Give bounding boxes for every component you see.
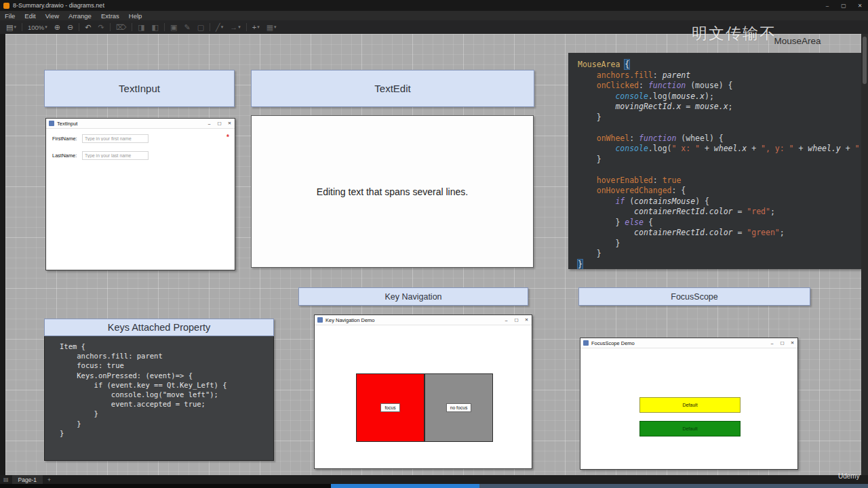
maximize-button[interactable]: ▢: [511, 315, 521, 325]
view-icon: ▤: [6, 23, 13, 32]
zoom-in-button[interactable]: ⊕: [51, 23, 64, 32]
arrow-style-button[interactable]: → ▾: [226, 23, 244, 31]
menubar: File Edit View Arrange Extras Help: [0, 11, 868, 20]
focusscope-window-content: Default Default: [580, 348, 797, 469]
menu-view[interactable]: View: [41, 11, 64, 20]
line-style-icon: ╱: [216, 23, 220, 32]
vertical-scrollbar-thumb[interactable]: [863, 37, 867, 84]
zoom-level-dropdown[interactable]: 100% ▾: [24, 24, 51, 31]
pages-overview-icon[interactable]: ▤: [0, 476, 12, 483]
table-button[interactable]: ▦ ▾: [263, 23, 280, 32]
page-tab-1[interactable]: Page-1: [12, 475, 43, 484]
firstname-label: FirstName:: [52, 136, 82, 142]
chevron-down-icon: ▾: [45, 24, 47, 30]
shadow-icon: ▢: [197, 23, 204, 32]
keys-attached-property-shape[interactable]: Keys Attached Property Item { anchors.fi…: [44, 319, 274, 461]
keynav-window-controls: – ▢ ✕: [501, 315, 532, 325]
delete-button[interactable]: ⌦: [113, 23, 130, 32]
keys-header-label: Keys Attached Property: [108, 322, 211, 333]
pencil-icon: ✎: [184, 23, 190, 32]
add-page-button[interactable]: +: [43, 476, 56, 483]
to-front-button[interactable]: ◨: [134, 23, 148, 32]
danmaku-watermark: 明文传输不: [692, 23, 776, 44]
lastname-input[interactable]: [82, 151, 149, 160]
textinput-header-label: TextInput: [119, 83, 160, 94]
close-button[interactable]: ✕: [787, 338, 797, 348]
focusscope-demo-window[interactable]: FocusScope Demo – ▢ ✕ Default Default: [580, 338, 798, 470]
to-back-button[interactable]: ◧: [149, 23, 162, 32]
minimize-button[interactable]: –: [204, 119, 214, 128]
nofocus-rect[interactable]: no focus: [425, 373, 493, 442]
zoom-in-icon: ⊕: [54, 23, 60, 32]
toolbar-separator: [132, 23, 132, 31]
maximize-button[interactable]: ▢: [835, 0, 852, 11]
keynav-window-content: focus no focus: [315, 325, 532, 468]
connection-style-button[interactable]: ╱ ▾: [212, 23, 226, 32]
default-button-green-label: Default: [682, 426, 697, 431]
vertical-scrollbar[interactable]: [861, 34, 868, 475]
required-marker: *: [226, 134, 229, 141]
minimize-button[interactable]: –: [819, 0, 835, 11]
firstname-input[interactable]: [82, 134, 149, 143]
toolbar-separator: [110, 23, 111, 31]
focusscope-header-shape[interactable]: FocusScope: [578, 287, 810, 306]
window-title: 8-Summary.drawio - diagrams.net: [13, 2, 104, 9]
firstname-row: FirstName:: [52, 134, 149, 143]
toolbar-separator: [210, 23, 210, 31]
keynav-demo-window[interactable]: Key Navigation Demo – ▢ ✕ focus no focus: [314, 314, 532, 469]
toolbar-separator: [246, 23, 247, 31]
minimize-button[interactable]: –: [501, 315, 511, 325]
close-button[interactable]: ✕: [852, 0, 868, 11]
to-front-icon: ◨: [138, 23, 144, 32]
lastname-label: LastName:: [52, 152, 82, 159]
keys-code-block[interactable]: Item { anchors.fill: parent focus: true …: [44, 336, 274, 461]
maximize-button[interactable]: ▢: [214, 119, 224, 128]
diagram-canvas[interactable]: TextInput TextEdit Key Navigation FocusS…: [5, 34, 861, 475]
menu-extras[interactable]: Extras: [96, 11, 124, 20]
video-progress-bar[interactable]: [0, 484, 868, 488]
textedit-header-shape[interactable]: TextEdit: [251, 70, 534, 107]
shadow-button[interactable]: ▢: [194, 23, 208, 32]
chevron-down-icon: ▾: [257, 24, 260, 30]
window-app-icon: [583, 340, 589, 346]
brand-watermark: Udemy: [838, 472, 860, 480]
default-button-yellow[interactable]: Default: [639, 397, 741, 413]
table-icon: ▦: [267, 23, 273, 32]
redo-button[interactable]: ↷: [94, 23, 107, 32]
to-back-icon: ◧: [152, 23, 159, 32]
window-app-icon: [49, 121, 54, 126]
maximize-button[interactable]: ▢: [777, 338, 787, 348]
arrow-icon: →: [230, 23, 237, 31]
chevron-down-icon: ▾: [221, 24, 224, 30]
default-button-yellow-label: Default: [682, 403, 697, 407]
menu-help[interactable]: Help: [124, 11, 147, 20]
view-dropdown-button[interactable]: ▤ ▾: [3, 23, 20, 32]
textinput-header-shape[interactable]: TextInput: [44, 70, 235, 107]
fill-color-icon: ▣: [170, 23, 177, 32]
textedit-example-shape[interactable]: Editing text that spans several lines.: [251, 115, 534, 268]
textinput-window-content: FirstName: LastName: *: [46, 129, 235, 270]
chevron-down-icon: ▾: [14, 24, 16, 30]
undo-button[interactable]: ↶: [81, 23, 94, 32]
close-button[interactable]: ✕: [521, 315, 532, 325]
close-button[interactable]: ✕: [224, 119, 235, 128]
menu-file[interactable]: File: [0, 11, 20, 20]
textinput-demo-window[interactable]: TextInput – ▢ ✕ FirstName: LastName: *: [45, 118, 235, 270]
insert-button[interactable]: + ▾: [249, 23, 263, 31]
keynav-header-shape[interactable]: Key Navigation: [298, 287, 528, 306]
plus-icon: +: [252, 23, 256, 31]
focus-rect-label: focus: [380, 403, 399, 412]
focus-rect[interactable]: focus: [356, 373, 425, 442]
mousearea-code-block[interactable]: MouseArea { anchors.fill: parent onClick…: [568, 53, 861, 269]
menu-arrange[interactable]: Arrange: [64, 11, 96, 20]
menu-edit[interactable]: Edit: [20, 11, 40, 20]
line-color-button[interactable]: ✎: [180, 23, 193, 32]
textedit-header-label: TextEdit: [374, 83, 410, 94]
fill-color-button[interactable]: ▣: [167, 23, 180, 32]
zoom-out-button[interactable]: ⊖: [64, 23, 77, 32]
keys-header: Keys Attached Property: [44, 319, 274, 336]
default-button-green[interactable]: Default: [639, 421, 741, 436]
minimize-button[interactable]: –: [767, 338, 777, 348]
video-progress-buffer: [479, 484, 868, 488]
toolbar-separator: [79, 23, 79, 31]
